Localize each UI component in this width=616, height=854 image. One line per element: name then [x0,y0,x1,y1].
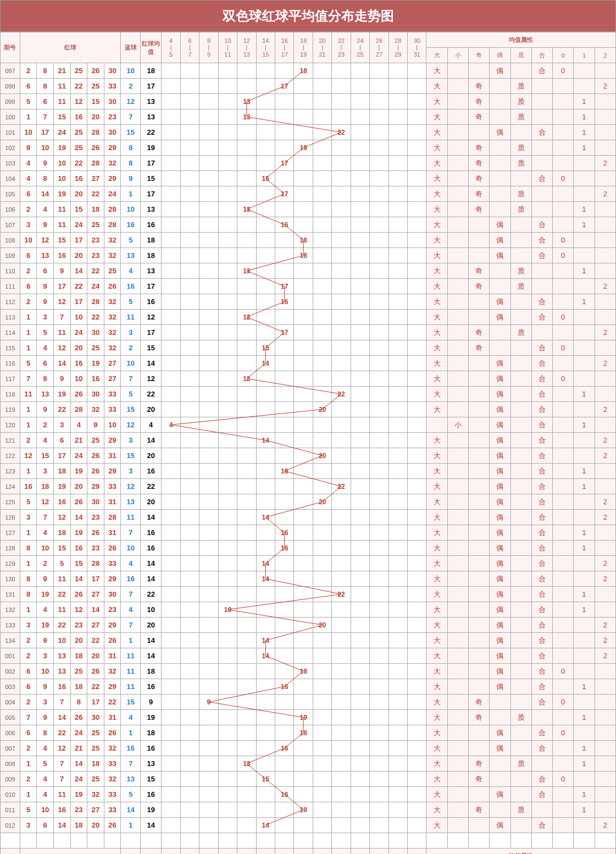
trend-empty [256,109,275,125]
table-row: 00261013252632111818大偶合0 [1,664,616,679]
cell-red: 33 [104,756,121,772]
trend-empty [408,94,426,109]
cell-red: 5 [37,756,54,772]
cell-red: 12 [70,94,87,109]
cell-attr [510,725,531,741]
trend-empty [237,679,256,695]
cell-attr [447,186,468,202]
cell-blue: 15 [121,402,141,417]
cell-attr [553,494,574,510]
cell-avg: 10 [141,602,162,618]
trend-empty [351,233,369,248]
cell-period: 010 [1,787,20,802]
trend-empty [351,494,369,510]
cell-avg: 12 [141,310,162,325]
trend-empty [237,571,256,587]
cell-red: 4 [37,772,54,787]
cell-attr: 偶 [490,818,510,833]
trend-point: 20 [313,448,331,464]
trend-empty [199,79,218,94]
cell-avg: 16 [141,541,162,556]
cell-red: 5 [53,556,70,571]
cell-red: 27 [104,356,121,371]
trend-empty [180,109,199,125]
cell-red: 28 [87,556,104,571]
cell-attr: 大 [426,802,447,818]
cell-red: 16 [20,479,37,494]
cell-attr: 偶 [490,587,510,602]
cell-attr [447,618,468,633]
cell-red: 3 [37,464,54,479]
cell-attr: 偶 [490,494,510,510]
trend-empty [313,433,331,448]
trend-empty [256,602,275,618]
cell-attr [574,356,595,371]
cell-attr [574,63,595,79]
trend-empty [218,356,237,371]
trend-empty [237,541,256,556]
trend-empty [351,310,369,325]
trend-empty [162,263,180,279]
trend-empty [180,648,199,664]
trend-empty [237,618,256,633]
trend-empty [180,156,199,171]
cell-attr [510,772,531,787]
cell-period: 126 [1,510,20,525]
cell-blue: 12 [121,479,141,494]
cell-red: 28 [87,125,104,140]
trend-empty [332,356,351,371]
cell-red: 11 [53,217,70,233]
trend-empty [199,494,218,510]
cell-red: 6 [20,679,37,695]
trend-empty [351,648,369,664]
trend-empty [256,695,275,710]
table-row: 10961316202332131818大偶合0 [1,248,616,263]
cell-red: 32 [104,248,121,263]
cell-red: 33 [104,802,121,818]
cell-red: 4 [37,602,54,618]
trend-empty [218,387,237,402]
cell-red: 5 [20,802,37,818]
trend-empty [313,310,331,325]
trend-empty [389,479,407,494]
trend-empty [218,140,237,156]
trend-empty [199,741,218,756]
hdr-trend-range: 6|7 [180,849,199,855]
cell-attr: 0 [553,371,574,387]
trend-empty [199,186,218,202]
trend-empty [199,633,218,648]
trend-empty [408,556,426,571]
cell-red: 31 [104,710,121,725]
cell-attr: 质 [510,710,531,725]
trend-empty [275,433,293,448]
trend-empty [237,417,256,433]
trend-empty [408,510,426,525]
cell-empty [490,833,510,849]
cell-attr [553,109,574,125]
trend-empty [294,510,313,525]
cell-red: 25 [87,79,104,94]
trend-empty [275,725,293,741]
hdr-trend-range: 28|29 [389,32,407,63]
cell-avg: 22 [141,387,162,402]
cell-empty [180,833,199,849]
cell-blue: 12 [121,94,141,109]
cell-red: 25 [70,125,87,140]
cell-attr: 合 [531,510,552,525]
cell-attr: 1 [574,802,595,818]
cell-attr: 1 [574,109,595,125]
table-row: 1308911141729161414大偶合2 [1,571,616,587]
cell-red: 26 [87,525,104,541]
trend-empty [294,171,313,186]
cell-red: 2 [20,202,37,217]
hdr-blue: 蓝球 [121,849,141,855]
trend-empty [408,741,426,756]
cell-red: 11 [53,602,70,618]
cell-attr [531,756,552,772]
cell-attr [595,171,615,186]
trend-empty [332,294,351,310]
trend-empty [256,156,275,171]
trend-empty [370,94,389,109]
cell-attr: 合 [531,479,552,494]
cell-attr: 1 [574,294,595,310]
